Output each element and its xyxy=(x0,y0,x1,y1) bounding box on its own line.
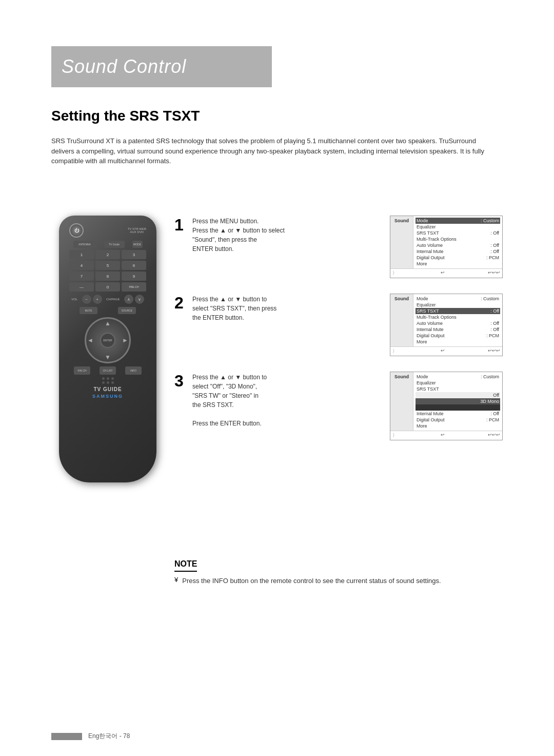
step-1: 1 Press the MENU button. Press the ▲ or … xyxy=(174,216,503,278)
dot3 xyxy=(111,377,114,380)
step-3-text: Press the ▲ or ▼ button to select "Off",… xyxy=(192,372,380,428)
menu-row-mute-3: Internal Mute: Off xyxy=(417,411,499,417)
step-3-sound-label: Sound xyxy=(390,372,413,431)
footer-bar xyxy=(51,733,82,740)
note-bullet-symbol: ¥ xyxy=(174,576,178,587)
remote-body: ⏻ TV STB WEBAUX DVD ANTENNA TV Guide MOD… xyxy=(59,216,156,482)
step-3-menu-footer: 〉↩↩↩↩ xyxy=(390,431,502,440)
menu-row-mode-2: Mode: Custom xyxy=(417,296,499,302)
step-1-menu: Sound Mode: Custom Equalizer SRS TSXT: O… xyxy=(390,216,503,278)
source-button: SOURCE xyxy=(118,307,136,314)
menu-row-more-3: More xyxy=(417,423,499,429)
fav-ch-button: FAV.CH xyxy=(74,366,90,375)
remote-dots-row2 xyxy=(69,381,146,384)
step-3-menu: Sound Mode: Custom Equalizer SRS TSXT Of… xyxy=(390,372,503,440)
dpad-up: ▲ xyxy=(105,320,111,327)
header-bar: Sound Control xyxy=(51,46,272,87)
menu-row-stereo-3: : Stereo xyxy=(416,404,500,411)
step-1-menu-items: Mode: Custom Equalizer SRS TSXT: Off Mul… xyxy=(413,216,502,268)
step-3: 3 Press the ▲ or ▼ button to select "Off… xyxy=(174,372,503,440)
power-button: ⏻ xyxy=(69,223,84,238)
vol-down: − xyxy=(82,295,91,304)
section-title: Setting the SRS TSXT xyxy=(51,108,200,124)
step-2-menu: Sound Mode: Custom Equalizer SRS TSXT: O… xyxy=(390,294,503,356)
ch-up: ∨ xyxy=(135,295,144,304)
step-1-menu-footer: 〉↩↩↩↩ xyxy=(390,268,502,278)
step-2-sound-label: Sound xyxy=(390,294,413,346)
dpad-right: ► xyxy=(122,337,128,344)
menu-row-srstsxt-2: SRS TSXT: Off xyxy=(416,308,500,314)
menu-row-multitrack-2: Multi-Track Options xyxy=(417,314,499,320)
num-0: 0 xyxy=(95,282,120,292)
remote-mute-source-row: MUTE SOURCE xyxy=(69,307,146,314)
num-dash: — xyxy=(69,282,94,292)
num-7: 7 xyxy=(69,272,94,281)
remote-numpad: 1 2 3 4 5 6 7 8 9 — 0 PRE-CH xyxy=(69,250,146,292)
ch-label: CH/PAGE xyxy=(106,298,120,301)
menu-row-digital-2: Digital Output: PCM xyxy=(417,333,499,339)
enter-button: ENTER xyxy=(100,333,115,348)
step-3-content: Press the ▲ or ▼ button to select "Off",… xyxy=(192,372,503,440)
tvguide-button: TV Guide xyxy=(104,241,125,248)
remote-mode-text: TV STB WEBAUX DVD xyxy=(128,227,146,234)
step-3-menu-body: Sound Mode: Custom Equalizer SRS TSXT Of… xyxy=(390,372,502,431)
dpad-down: ▼ xyxy=(105,354,111,361)
mode-button: MODE xyxy=(132,241,143,248)
menu-row-3dmono-3: 3D Mono xyxy=(416,398,500,404)
menu-row-more-1: More xyxy=(417,261,499,267)
step-2-text: Press the ▲ or ▼ button to select "SRS T… xyxy=(192,294,380,322)
menu-row-mode-1: Mode: Custom xyxy=(416,218,500,224)
menu-row-equalizer-1: Equalizer xyxy=(417,224,499,230)
pre-ch: PRE-CH xyxy=(122,282,146,292)
menu-row-equalizer-2: Equalizer xyxy=(417,302,499,308)
step-1-menu-body: Sound Mode: Custom Equalizer SRS TSXT: O… xyxy=(390,216,502,268)
num-1: 1 xyxy=(69,250,94,259)
dot1 xyxy=(102,377,105,380)
menu-row-more-2: More xyxy=(417,339,499,345)
dot4 xyxy=(102,381,105,384)
dot5 xyxy=(107,381,109,384)
mute-button: MUTE xyxy=(80,307,97,314)
menu-row-srstsxt-1: SRS TSXT: Off xyxy=(417,230,499,236)
menu-row-multitrack-1: Multi-Track Options xyxy=(417,236,499,242)
remote-dots-row1 xyxy=(69,377,146,380)
step-3-menu-items: Mode: Custom Equalizer SRS TSXT Off 3D M xyxy=(413,372,502,431)
remote-dpad-area: ▲ ▼ ◄ ► ENTER xyxy=(69,317,146,363)
remote-control-image: ⏻ TV STB WEBAUX DVD ANTENNA TV Guide MOD… xyxy=(51,216,164,493)
step-2-number: 2 xyxy=(174,295,192,311)
menu-row-srstsxt-label-3: SRS TSXT xyxy=(417,386,499,392)
vol-up: + xyxy=(93,295,102,304)
menu-row-mute-1: Internal Mute: Off xyxy=(417,248,499,255)
num-8: 8 xyxy=(95,272,120,281)
info-button: INFO xyxy=(125,366,142,375)
menu-row-digital-3: Digital Output: PCM xyxy=(417,417,499,423)
menu-row-mute-2: Internal Mute: Off xyxy=(417,326,499,333)
vol-label: VOL xyxy=(71,298,77,301)
note-title: NOTE xyxy=(174,559,197,572)
samsung-label: SAMSUNG xyxy=(69,394,146,399)
power-icon: ⏻ xyxy=(74,228,79,233)
remote-antenna-row: ANTENNA TV Guide MODE xyxy=(69,241,146,248)
num-3: 3 xyxy=(122,250,146,259)
step-2-menu-footer: 〉↩↩↩↩ xyxy=(390,346,502,356)
remote-top-section: ⏻ TV STB WEBAUX DVD ANTENNA TV Guide MOD… xyxy=(69,223,146,399)
menu-row-autovol-2: Auto Volume: Off xyxy=(417,320,499,326)
num-2: 2 xyxy=(95,250,120,259)
step-2-menu-body: Sound Mode: Custom Equalizer SRS TSXT: O… xyxy=(390,294,502,346)
num-6: 6 xyxy=(122,261,146,270)
note-bullet: ¥ Press the INFO button on the remote co… xyxy=(174,576,503,587)
description-text: SRS TruSurround XT is a patented SRS tec… xyxy=(51,136,498,166)
step-3-number: 3 xyxy=(174,373,192,389)
page-title: Sound Control xyxy=(62,56,186,77)
note-text: Press the INFO button on the remote cont… xyxy=(182,576,441,587)
menu-row-autovol-1: Auto Volume: Off xyxy=(417,242,499,248)
num-5: 5 xyxy=(95,261,120,270)
step-1-content: Press the MENU button. Press the ▲ or ▼ … xyxy=(192,216,503,278)
menu-row-off-3: Off xyxy=(416,392,500,398)
step-1-sound-label: Sound xyxy=(390,216,413,268)
dot6 xyxy=(111,381,114,384)
menu-row-equalizer-3: Equalizer xyxy=(417,380,499,386)
remote-power-row: ⏻ TV STB WEBAUX DVD xyxy=(69,223,146,238)
menu-row-mode-3: Mode: Custom xyxy=(417,374,499,380)
antenna-button: ANTENNA xyxy=(73,241,96,248)
